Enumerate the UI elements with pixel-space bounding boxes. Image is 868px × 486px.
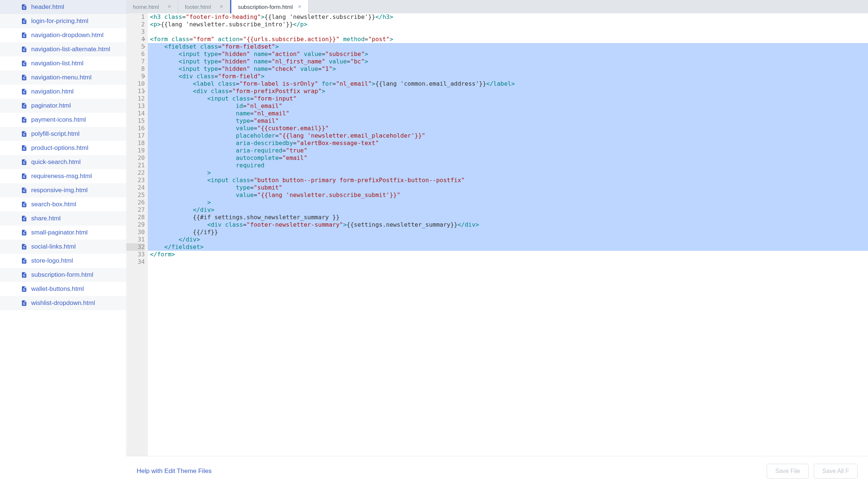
- code-editor[interactable]: 1234▾5▾6789▾1011▾12131415161718192021222…: [126, 13, 868, 456]
- close-icon[interactable]: ×: [168, 4, 171, 10]
- fold-toggle-icon[interactable]: ▾: [143, 88, 146, 95]
- code-line[interactable]: aria-describedby="alertBox-message-text": [148, 139, 868, 147]
- file-item-label: polyfill-script.html: [31, 130, 79, 138]
- file-item[interactable]: polyfill-script.html: [0, 127, 126, 141]
- file-item-label: payment-icons.html: [31, 116, 86, 124]
- code-area[interactable]: <h3 class="footer-info-heading">{{lang '…: [148, 13, 868, 456]
- editor-tab[interactable]: home.html×: [126, 0, 178, 13]
- file-icon: [21, 32, 27, 39]
- fold-toggle-icon[interactable]: ▾: [143, 36, 146, 43]
- code-line[interactable]: <input type="hidden" name="action" value…: [148, 50, 868, 58]
- code-line[interactable]: <label class="form-label is-srOnly" for=…: [148, 80, 868, 88]
- save-file-button[interactable]: Save File: [767, 464, 809, 479]
- file-item[interactable]: paginator.html: [0, 99, 126, 113]
- line-number: 22: [126, 169, 145, 177]
- code-line[interactable]: name="nl_email": [148, 110, 868, 117]
- file-icon: [21, 116, 27, 123]
- code-line[interactable]: <p>{{lang 'newsletter.subscribe_intro'}}…: [148, 21, 868, 28]
- file-item-label: login-for-pricing.html: [31, 17, 88, 25]
- fold-toggle-icon[interactable]: ▾: [143, 43, 146, 50]
- file-icon: [21, 74, 27, 81]
- file-item[interactable]: share.html: [0, 211, 126, 226]
- file-item[interactable]: small-paginator.html: [0, 226, 126, 240]
- file-icon: [21, 159, 27, 165]
- code-line[interactable]: </div>: [148, 206, 868, 214]
- code-line[interactable]: aria-required="true": [148, 147, 868, 154]
- editor-tab[interactable]: footer.html×: [178, 0, 230, 13]
- tab-label: home.html: [133, 4, 159, 10]
- code-line[interactable]: <fieldset class="form-fieldset">: [148, 43, 868, 50]
- file-item[interactable]: requireness-msg.html: [0, 169, 126, 183]
- file-item[interactable]: product-options.html: [0, 141, 126, 155]
- file-item-label: subscription-form.html: [31, 271, 93, 279]
- line-number: 10: [126, 80, 145, 88]
- file-item[interactable]: navigation.html: [0, 85, 126, 99]
- code-line[interactable]: <input class="button button--primary for…: [148, 177, 868, 184]
- code-line[interactable]: </form>: [148, 251, 868, 258]
- file-item[interactable]: search-box.html: [0, 197, 126, 211]
- file-item[interactable]: header.html: [0, 0, 126, 14]
- code-line[interactable]: <h3 class="footer-info-heading">{{lang '…: [148, 13, 868, 21]
- code-line[interactable]: <div class="footer-newsletter-summary">{…: [148, 221, 868, 229]
- code-line[interactable]: </fieldset>: [148, 243, 868, 251]
- editor-tab[interactable]: subscription-form.html×: [230, 0, 309, 13]
- file-icon: [21, 88, 27, 95]
- code-line[interactable]: required: [148, 162, 868, 169]
- code-line[interactable]: <input class="form-input": [148, 95, 868, 102]
- code-line[interactable]: autocomplete="email": [148, 154, 868, 162]
- save-all-button[interactable]: Save All F: [814, 464, 858, 479]
- code-line[interactable]: <form class="form" action="{{urls.subscr…: [148, 36, 868, 43]
- file-item[interactable]: subscription-form.html: [0, 268, 126, 282]
- tab-label: footer.html: [185, 4, 211, 10]
- file-item[interactable]: responsive-img.html: [0, 183, 126, 197]
- line-number: 9▾: [126, 73, 145, 80]
- file-item[interactable]: login-for-pricing.html: [0, 14, 126, 28]
- code-line[interactable]: {{/if}}: [148, 229, 868, 236]
- file-item[interactable]: quick-search.html: [0, 155, 126, 169]
- file-item-label: navigation-menu.html: [31, 74, 92, 81]
- file-icon: [21, 300, 27, 306]
- line-number: 4▾: [126, 36, 145, 43]
- code-line[interactable]: </div>: [148, 236, 868, 243]
- code-line[interactable]: type="submit": [148, 184, 868, 191]
- fold-toggle-icon[interactable]: ▾: [143, 73, 146, 80]
- code-line[interactable]: value="{{customer.email}}": [148, 125, 868, 132]
- file-item-label: navigation-dropdown.html: [31, 32, 104, 39]
- help-link[interactable]: Help with Edit Theme Files: [137, 467, 212, 475]
- line-number: 15: [126, 117, 145, 125]
- line-number: 27: [126, 206, 145, 214]
- line-number: 19: [126, 147, 145, 154]
- close-icon[interactable]: ×: [298, 4, 301, 10]
- line-number: 21: [126, 162, 145, 169]
- code-line[interactable]: type="email": [148, 117, 868, 125]
- file-icon: [21, 243, 27, 250]
- close-icon[interactable]: ×: [220, 4, 223, 10]
- file-item[interactable]: wallet-buttons.html: [0, 282, 126, 296]
- file-item[interactable]: wishlist-dropdown.html: [0, 296, 126, 310]
- code-line[interactable]: <input type="hidden" name="check" value=…: [148, 65, 868, 73]
- code-line[interactable]: <div class="form-prefixPostfix wrap">: [148, 88, 868, 95]
- code-line[interactable]: <div class="form-field">: [148, 73, 868, 80]
- file-item[interactable]: navigation-list.html: [0, 56, 126, 70]
- code-line[interactable]: >: [148, 169, 868, 177]
- tab-label: subscription-form.html: [238, 4, 293, 10]
- file-item[interactable]: social-links.html: [0, 240, 126, 254]
- file-icon: [21, 229, 27, 236]
- code-line[interactable]: [148, 28, 868, 36]
- file-icon: [21, 102, 27, 109]
- file-item[interactable]: navigation-list-alternate.html: [0, 42, 126, 56]
- file-item[interactable]: payment-icons.html: [0, 113, 126, 127]
- editor-tabs: home.html×footer.html×subscription-form.…: [126, 0, 868, 13]
- file-item[interactable]: store-logo.html: [0, 254, 126, 268]
- file-item[interactable]: navigation-dropdown.html: [0, 28, 126, 42]
- code-line[interactable]: id="nl_email": [148, 102, 868, 110]
- code-line[interactable]: >: [148, 199, 868, 206]
- code-line[interactable]: [148, 258, 868, 266]
- code-line[interactable]: placeholder="{{lang 'newsletter.email_pl…: [148, 132, 868, 139]
- code-line[interactable]: <input type="hidden" name="nl_first_name…: [148, 58, 868, 65]
- code-line[interactable]: value="{{lang 'newsletter.subscribe_subm…: [148, 191, 868, 199]
- code-line[interactable]: {{#if settings.show_newsletter_summary }…: [148, 214, 868, 221]
- file-item-label: requireness-msg.html: [31, 173, 92, 180]
- file-tree-sidebar[interactable]: header.htmllogin-for-pricing.htmlnavigat…: [0, 0, 126, 486]
- file-item[interactable]: navigation-menu.html: [0, 70, 126, 85]
